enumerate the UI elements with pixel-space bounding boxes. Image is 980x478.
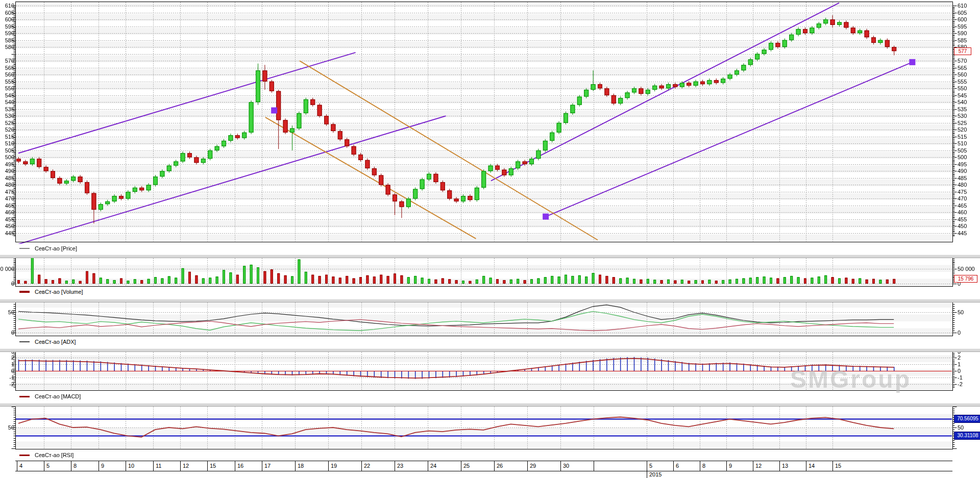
adx-line-icon [19,341,30,342]
date-cell: 5 [647,461,673,471]
date-cell: 29 [527,461,560,471]
year-divider [647,471,647,478]
macd-legend-label: СевСт-ао [MACD] [35,393,81,399]
date-cell: 24 [428,461,461,471]
date-cell: 14 [806,461,832,471]
date-cell: 13 [779,461,806,471]
date-cell: 18 [295,461,328,471]
rsi-pane-legend[interactable]: СевСт-ао [RSI] [15,450,74,460]
date-cell: 12 [180,461,207,471]
rsi-upper-level-box: 70.56095 [954,415,980,423]
pane-splitter[interactable] [0,299,980,303]
price-line-icon [19,248,30,249]
date-cell: 4 [17,461,44,471]
date-cell: 16 [235,461,262,471]
date-cell: 30 [560,461,594,471]
price-legend-label: СевСт-ао [Price] [35,245,77,251]
date-axis[interactable]: 4589101112151617181922232425262930568912… [15,461,952,478]
pane-splitter[interactable] [0,348,980,352]
date-row: 4589101112151617181922232425262930568912… [15,461,952,471]
date-cell: 23 [395,461,428,471]
date-cell: 25 [461,461,494,471]
year-row: 2015 [15,471,952,478]
rsi-legend-label: СевСт-ао [RSI] [35,452,74,458]
last-volume-box: 15 796 [954,275,977,283]
year-label: 2015 [649,471,662,477]
macd-pane-legend[interactable]: СевСт-ао [MACD] [15,392,81,401]
date-cell: 5 [44,461,71,471]
rsi-lower-level-box: 30.31108 [954,432,980,440]
date-cell: 17 [262,461,295,471]
date-cell: 26 [494,461,527,471]
date-cell: 8 [71,461,99,471]
date-cell: 19 [328,461,361,471]
date-cell: 11 [153,461,180,471]
date-cell: 22 [361,461,395,471]
date-cell [594,461,647,471]
adx-legend-label: СевСт-ао [ADX] [35,339,76,345]
volume-legend-label: СевСт-ао [Volume] [35,289,83,295]
volume-pane-legend[interactable]: СевСт-ао [Volume] [15,287,83,296]
volume-bar-icon [19,291,30,293]
date-cell: 15 [207,461,235,471]
date-cell: 15 [832,461,952,471]
pane-splitter[interactable] [0,403,980,407]
macd-line-icon [19,396,30,397]
date-cell: 6 [673,461,700,471]
adx-pane-legend[interactable]: СевСт-ао [ADX] [15,337,76,346]
chart-workspace: СевСт-ао [Price] СевСт-ао [Volume] СевСт… [0,0,980,478]
pane-splitter[interactable] [0,255,980,258]
last-price-box: 577 [954,47,971,55]
date-cell: 9 [726,461,753,471]
date-cell: 12 [753,461,779,471]
price-pane-legend[interactable]: СевСт-ао [Price] [15,244,77,253]
date-cell: 8 [700,461,726,471]
date-cell: 10 [126,461,153,471]
rsi-line-icon [19,455,30,456]
date-cell: 9 [99,461,126,471]
watermark: SMGroup [790,365,911,393]
